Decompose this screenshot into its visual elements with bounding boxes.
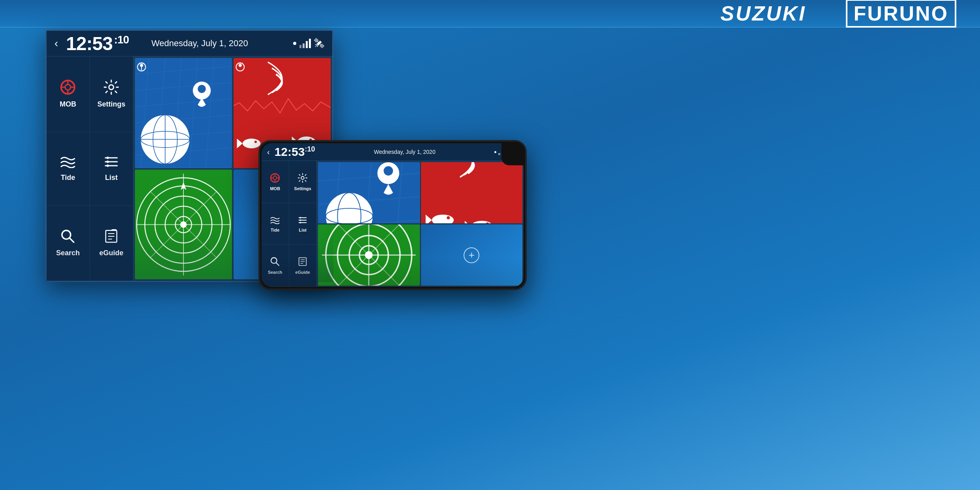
- device-header: ‹ 12:53:10 Wednesday, July 1, 2020 🛰: [47, 31, 332, 56]
- settings-icon: [104, 80, 119, 97]
- mobile-back-button[interactable]: ‹: [267, 148, 270, 157]
- list-label: List: [105, 174, 118, 182]
- svg-point-98: [447, 216, 450, 219]
- svg-point-44: [254, 140, 257, 143]
- mobile-mob-label: MOB: [270, 186, 280, 191]
- sidebar-item-settings[interactable]: Settings: [90, 56, 133, 132]
- back-button[interactable]: ‹: [54, 37, 58, 50]
- mobile-sidebar-settings[interactable]: Settings: [289, 161, 317, 203]
- mob-icon: [60, 80, 75, 97]
- signal-dot: [293, 42, 296, 45]
- svg-point-6: [109, 85, 114, 90]
- suzuki-logo: SUZUKI: [720, 2, 806, 25]
- sidebar-item-mob[interactable]: MOB: [47, 56, 90, 132]
- mobile-date: Wednesday, July 1, 2020: [374, 149, 436, 155]
- svg-point-32: [140, 64, 143, 67]
- furuno-logo: FURUNO: [846, 0, 956, 28]
- mobile-navigation-tile[interactable]: [318, 162, 420, 223]
- navigation-tile[interactable]: [135, 58, 232, 168]
- mobile-signal-bars: [498, 149, 510, 155]
- svg-point-110: [365, 251, 373, 259]
- tide-icon: [60, 155, 75, 170]
- mobile-sidebar-mob[interactable]: MOB: [262, 161, 289, 203]
- settings-label: Settings: [97, 100, 125, 108]
- svg-point-66: [301, 176, 304, 180]
- mobile-tide-icon: [270, 215, 280, 226]
- svg-point-70: [300, 217, 301, 218]
- svg-point-93: [383, 166, 393, 176]
- svg-point-12: [107, 165, 109, 167]
- tide-label: Tide: [61, 174, 75, 182]
- svg-point-11: [107, 161, 109, 163]
- svg-point-59: [180, 221, 187, 228]
- svg-point-10: [107, 157, 109, 159]
- mobile-device-header: ‹ 12:53:10 Wednesday, July 1, 2020 🛰: [262, 143, 524, 161]
- device-time: 12:53:10: [66, 33, 129, 54]
- svg-point-42: [239, 64, 242, 67]
- satellite-icon: 🛰: [314, 37, 324, 50]
- mobile-device-reflection: [258, 258, 527, 290]
- svg-point-43: [243, 138, 260, 148]
- mobile-signal-dot: [494, 151, 496, 153]
- list-icon: [104, 155, 119, 170]
- mobile-settings-label: Settings: [294, 186, 311, 191]
- svg-point-71: [300, 219, 301, 221]
- mobile-list-icon: [298, 215, 307, 226]
- sidebar-item-list[interactable]: List: [90, 132, 133, 206]
- signal-bars: [299, 39, 311, 48]
- svg-point-39: [198, 85, 206, 93]
- device-date: Wednesday, July 1, 2020: [151, 38, 248, 49]
- top-banner: SUZUKI FURUNO: [0, 0, 980, 28]
- mobile-time: 12:53:10: [275, 145, 315, 159]
- svg-point-61: [273, 176, 277, 180]
- svg-point-72: [300, 222, 301, 223]
- mobile-mob-icon: [270, 173, 280, 185]
- sidebar-item-tide[interactable]: Tide: [47, 132, 90, 206]
- brand-logos: SUZUKI FURUNO: [720, 0, 956, 28]
- mobile-fish-finder-tile[interactable]: [421, 162, 523, 223]
- mob-label: MOB: [60, 100, 76, 108]
- svg-point-1: [65, 84, 71, 90]
- mobile-signal-icons: 🛰: [494, 148, 518, 155]
- mobile-satellite-icon: 🛰: [512, 148, 518, 155]
- mobile-settings-icon: [298, 173, 307, 185]
- signal-icons: 🛰: [293, 37, 324, 50]
